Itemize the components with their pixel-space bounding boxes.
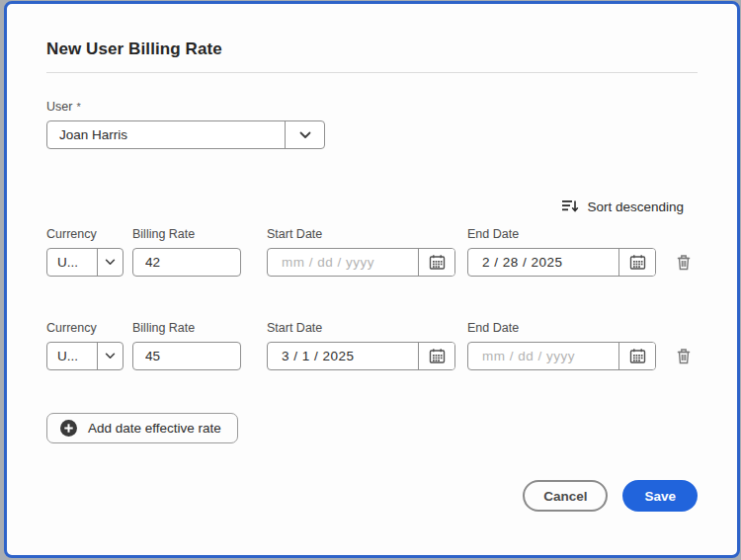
delete-row-button[interactable] <box>675 342 693 370</box>
billing-rate-dialog: New User Billing Rate User* Joan Harris … <box>4 1 740 558</box>
currency-select[interactable]: U... <box>46 248 124 277</box>
start-date-input[interactable] <box>268 249 418 276</box>
end-date-input[interactable] <box>468 343 618 369</box>
trash-icon <box>675 347 693 365</box>
calendar-button[interactable] <box>418 343 454 369</box>
currency-value: U... <box>47 343 97 369</box>
chevron-down-icon <box>105 259 116 266</box>
currency-chevron-button[interactable] <box>97 249 123 276</box>
currency-label: Currency <box>46 320 124 336</box>
user-combobox-value: Joan Harris <box>47 121 285 148</box>
user-label: User* <box>46 99 698 115</box>
calendar-icon <box>429 348 446 364</box>
billing-rate-input[interactable] <box>132 248 241 277</box>
start-date-field <box>267 342 455 370</box>
add-rate-label: Add date effective rate <box>88 421 221 436</box>
currency-value: U... <box>47 249 97 276</box>
sort-descending-label: Sort descending <box>587 200 684 214</box>
rate-row: Currency U... Billing Rate Start Date <box>46 320 698 370</box>
end-date-input[interactable] <box>468 249 618 276</box>
delete-row-button[interactable] <box>675 248 693 277</box>
calendar-button[interactable] <box>418 249 454 276</box>
end-date-label: End Date <box>467 226 656 242</box>
chevron-down-icon <box>105 353 116 360</box>
start-date-input[interactable] <box>268 343 418 369</box>
dialog-title: New User Billing Rate <box>46 40 698 59</box>
cancel-button[interactable]: Cancel <box>523 480 608 512</box>
calendar-icon <box>429 254 446 271</box>
start-date-label: Start Date <box>267 226 455 242</box>
billing-rate-input[interactable] <box>132 342 241 370</box>
start-date-field <box>267 248 455 277</box>
user-combobox-chevron-button[interactable] <box>285 121 324 148</box>
chevron-down-icon <box>299 131 311 139</box>
save-button[interactable]: Save <box>622 480 698 512</box>
plus-circle-icon <box>59 419 78 438</box>
dialog-footer: Cancel Save <box>46 480 698 512</box>
end-date-label: End Date <box>467 320 656 336</box>
rate-row: Currency U... Billing Rate Start Date <box>46 226 698 277</box>
currency-label: Currency <box>46 226 124 242</box>
sort-descending-button[interactable]: Sort descending <box>46 199 698 214</box>
sort-descending-icon <box>561 199 579 214</box>
trash-icon <box>675 253 693 272</box>
add-rate-button[interactable]: Add date effective rate <box>46 413 238 443</box>
end-date-field <box>467 248 656 277</box>
required-asterisk: * <box>76 101 80 113</box>
calendar-button[interactable] <box>618 249 655 276</box>
start-date-label: Start Date <box>267 320 455 336</box>
user-combobox[interactable]: Joan Harris <box>46 120 325 149</box>
currency-select[interactable]: U... <box>46 342 124 370</box>
calendar-button[interactable] <box>618 343 655 369</box>
calendar-icon <box>629 348 646 364</box>
title-divider <box>46 72 698 73</box>
currency-chevron-button[interactable] <box>97 343 123 369</box>
billing-rate-label: Billing Rate <box>132 320 241 336</box>
calendar-icon <box>629 254 646 271</box>
billing-rate-label: Billing Rate <box>132 226 241 242</box>
end-date-field <box>467 342 656 370</box>
user-field-section: User* Joan Harris <box>46 99 698 149</box>
